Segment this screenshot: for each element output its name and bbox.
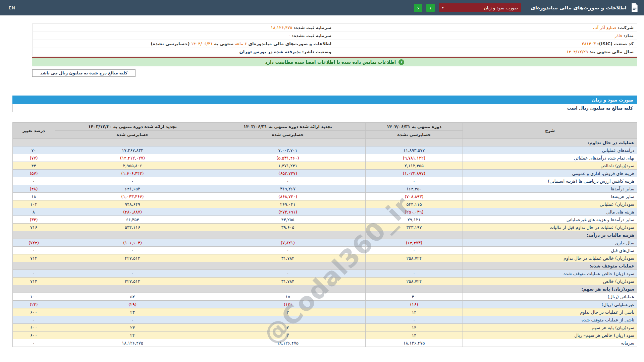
table-row: ناشی از عملیات متوقف شده۰۰۰۰: [13, 316, 637, 324]
row-description: سایر هزینه‌ها: [463, 193, 637, 200]
percent-change-cell: ۰: [13, 316, 55, 324]
field-label: سال مالی منتهی به:: [589, 49, 634, 54]
value-cell: ۰: [55, 316, 210, 324]
row-description: سود(زیان) عملیاتی: [463, 200, 637, 208]
value-cell: ۶۶,۳۵۴: [55, 216, 210, 224]
value-cell: ۰: [210, 316, 366, 324]
table-row: هزینه کاهش ارزش دریافتنی ها (هزینه استثن…: [13, 177, 637, 185]
fiscal-year-field: سال مالی منتهی به: ۱۴۰۴/۱۲/۲۹: [335, 48, 637, 56]
table-row: سود(زیان) پایه هر سهم:: [13, 285, 637, 293]
value-cell: (۸۶۸,۷۲۰): [210, 193, 366, 200]
table-row: غیرعملیاتی (ریال)(۱۶)(۱۳)(۲۹)(۲۳): [13, 301, 637, 308]
value-cell: ۱۴: [366, 308, 463, 316]
info-row: کد صنعت (ISIC): ۲۸۱۳۰۳ اطلاعات و صورت‌ها…: [33, 40, 637, 48]
period-end-date: ۱۴۰۴/۰۶/۳۱: [191, 41, 213, 46]
table-row: سود(زیان) خالص عملیات در حال تداوم۲۵۸,۷۲…: [13, 254, 637, 262]
value-cell: (۵,۵۳۱,۴۶۰): [210, 154, 366, 162]
value-cell: (۴۸۰,۸۸۷): [55, 208, 210, 216]
table-row: درآمدهای عملیاتی۱۱,۸۹۳,۵۷۷۷,۰۰۲,۷۰۱۱۷,۳۶…: [13, 146, 637, 154]
field-value: ۱۴۰۴/۱۲/۲۹: [566, 49, 588, 54]
value-cell: (۲۹): [55, 301, 210, 308]
statement-table-body: عملیات در حال تداوم:درآمدهای عملیاتی۱۱,۸…: [13, 139, 637, 347]
value-cell: [210, 139, 366, 146]
row-description: عملیاتی (ریال): [463, 293, 637, 301]
percent-change-cell: ۷۱۴: [13, 278, 55, 285]
statement-unit-note-row: کلیه مبالغ به میلیون ریال است: [12, 104, 637, 112]
table-row: سال جاری(۶۴,۴۷۳)(۷,۸۲۱)(۱۰۶,۶۰۳)(۷۲۴): [13, 239, 637, 247]
statement-type-dropdown[interactable]: صورت سود و زیان ▾: [439, 3, 521, 12]
value-cell: [55, 285, 210, 293]
percent-change-cell: (۴۸): [13, 185, 55, 193]
row-description: غیرعملیاتی (ریال): [463, 301, 637, 308]
publisher-status-field: وضعیت ناشر: پذیرفته شده در بورس تهران: [33, 48, 335, 56]
language-toggle[interactable]: EN: [9, 5, 15, 10]
nav-back-button[interactable]: ‹: [414, 4, 422, 12]
field-value: ۰: [288, 33, 290, 38]
row-description: عملیات در حال تداوم:: [463, 139, 637, 146]
value-cell: ۲۵۸,۷۲۴: [366, 278, 463, 285]
row-description: هزینه های مالی: [463, 208, 637, 216]
unit-note-box: کلیه مبالغ درج شده به میلیون ریال می باش…: [32, 69, 136, 77]
percent-change-cell: ۴۴: [13, 162, 55, 170]
value-cell: (۱,۰۲۳,۸۹۷): [366, 170, 463, 177]
field-value: فاذر: [614, 33, 622, 38]
statement-title-bar: صورت سود و زیان: [12, 96, 637, 104]
value-cell: (۲۷۲,۶۹۱): [210, 208, 366, 216]
percent-change-cell: ۰: [13, 177, 55, 185]
field-value: پذیرفته شده در بورس تهران: [239, 49, 301, 54]
value-cell: ۲۴: [55, 331, 210, 339]
value-cell: ۳۹,۶۰۵: [210, 224, 366, 231]
table-row: سود(زیان) پایه هر سهم۱۴۲۲۳۶۰۰: [13, 324, 637, 331]
value-cell: ۰: [210, 247, 366, 254]
value-cell: ۲: [210, 308, 366, 316]
percent-change-cell: ۱۰۲: [13, 200, 55, 208]
field-value: ۲۸۱۳۰۳: [582, 41, 596, 46]
nav-forward-button[interactable]: ›: [426, 4, 435, 12]
value-cell: (۷,۸۲۱): [210, 239, 366, 247]
value-cell: ۶۴۱,۶۵۲: [55, 185, 210, 193]
value-cell: ۱۸,۱۲۶,۴۷۵: [55, 339, 210, 347]
value-cell: ۲۵۸,۷۲۴: [366, 254, 463, 262]
value-cell: ۰: [366, 316, 463, 324]
value-cell: ۲۹,۱۲۱: [366, 216, 463, 224]
column-header-period-prior: تجدید ارائه شده دوره منتهی به ۱۴۰۳/۰۶/۳۱: [210, 123, 366, 131]
value-cell: (۶۴,۴۷۳): [366, 239, 463, 247]
value-cell: ۱۸,۱۲۶,۴۷۵: [210, 339, 366, 347]
table-row: سود (زیان) خالص عملیات متوقف شده۰۰۰۰: [13, 270, 637, 278]
value-cell: ۳۲۳,۱۹۷: [366, 224, 463, 231]
table-row: سود(زیان) عملیات در حال تداوم قبل از مال…: [13, 224, 637, 231]
value-cell: [55, 262, 210, 270]
value-cell: ۳۱,۷۸۴: [210, 254, 366, 262]
value-cell: ۲,۹۵۵,۸۰۶: [55, 162, 210, 170]
field-label: سرمایه ثبت شده:: [293, 25, 331, 30]
page-title: اطلاعات و صورت‌های مالی میاندوره‌ای: [531, 5, 627, 11]
value-cell: (۱,۶۰۶,۴۴۳): [55, 170, 210, 177]
signature-match-text: اطلاعات نمایش داده شده با اطلاعات امضا ش…: [265, 60, 396, 65]
value-cell: ۱۷,۳۶۷,۸۳۳: [55, 146, 210, 154]
document-icon: [631, 3, 639, 12]
value-cell: (۱۳): [210, 301, 366, 308]
value-cell: ۱,۴۷۱,۲۴۱: [210, 162, 366, 170]
value-cell: ۰: [366, 177, 463, 185]
percent-change-cell: ۶۰۰: [13, 331, 55, 339]
field-label: وضعیت ناشر:: [302, 49, 331, 54]
field-label: اطلاعات و صورت‌های مالی میاندوره‌ای: [248, 41, 331, 46]
row-description: بهای تمام شده درآمدهای عملیاتی: [463, 154, 637, 162]
row-description: سود(زیان) پایه هر سهم: [463, 324, 637, 331]
company-info-table: شرکت: صنایع آذر آب سرمایه ثبت شده: ۱۸,۱۲…: [32, 23, 637, 56]
value-cell: [55, 231, 210, 239]
table-row: عملیاتی (ریال)۳۰۱۵۵۲۱۰۰: [13, 293, 637, 301]
row-description: سود(زیان) عملیات در حال تداوم قبل از مال…: [463, 224, 637, 231]
value-cell: (۱۶): [366, 301, 463, 308]
field-label: نماد:: [624, 33, 634, 38]
value-cell: ۱۴: [366, 324, 463, 331]
value-cell: ۲۳: [55, 324, 210, 331]
table-row: سود(زیان) ناخالص۲,۱۱۲,۴۵۵۱,۴۷۱,۲۴۱۲,۹۵۵,…: [13, 162, 637, 170]
value-cell: ۱۴: [366, 331, 463, 339]
row-description: سود(زیان) خالص عملیات در حال تداوم: [463, 254, 637, 262]
field-label: منتهی به: [214, 41, 233, 46]
field-label: شرکت:: [618, 25, 634, 30]
value-cell: [366, 262, 463, 270]
info-row: سال مالی منتهی به: ۱۴۰۴/۱۲/۲۹ وضعیت ناشر…: [33, 48, 637, 56]
row-description: سود(زیان) پایه هر سهم:: [463, 285, 637, 293]
